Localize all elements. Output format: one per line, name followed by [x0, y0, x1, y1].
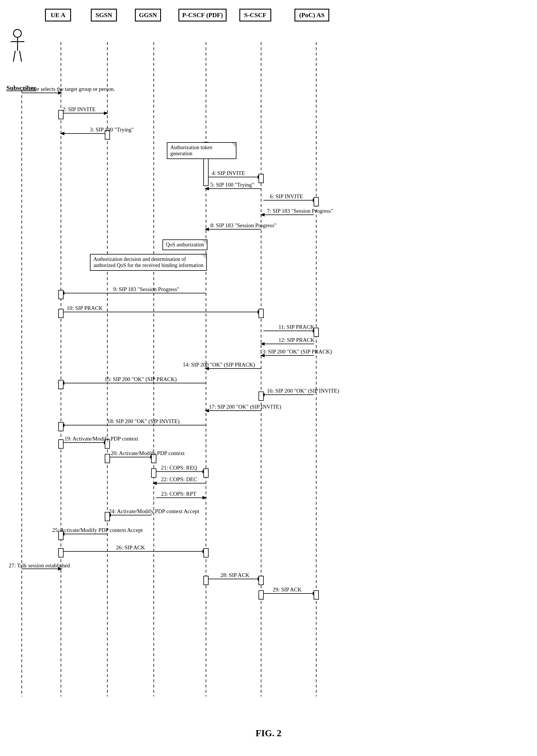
svg-text:27: Talk session established: 27: Talk session established	[9, 563, 70, 568]
svg-text:11: SIP PRACK: 11: SIP PRACK	[278, 324, 314, 330]
sequence-diagram-svg: 1: User selects the target group or pers…	[0, 0, 537, 756]
svg-marker-111	[258, 577, 262, 581]
svg-marker-84	[202, 470, 207, 473]
entity-scscf: S-CSCF	[239, 9, 271, 21]
svg-marker-31	[260, 213, 265, 217]
entity-ue-a: UE A	[45, 9, 71, 21]
svg-rect-60	[59, 380, 63, 389]
svg-text:3: SIP 100 "Trying": 3: SIP 100 "Trying"	[90, 127, 134, 133]
svg-marker-109	[58, 567, 62, 570]
svg-text:18: SIP 200 "OK" (SIP INVITE): 18: SIP 200 "OK" (SIP INVITE)	[107, 418, 180, 425]
entity-pcscf: P-CSCF (PDF)	[179, 9, 227, 21]
svg-rect-113	[259, 576, 264, 585]
svg-rect-21	[259, 174, 264, 183]
svg-marker-92	[202, 496, 207, 499]
qos-auth-note: QoS authorization	[162, 239, 207, 250]
svg-marker-11	[104, 111, 108, 115]
svg-marker-53	[260, 354, 265, 357]
svg-rect-42	[59, 309, 63, 318]
svg-marker-56	[205, 367, 209, 370]
svg-rect-100	[59, 531, 63, 540]
svg-marker-95	[106, 513, 111, 517]
svg-marker-34	[205, 228, 209, 231]
entity-poc-as: (PoC) AS	[295, 9, 329, 21]
svg-text:20: Activate/Modify PDP contex: 20: Activate/Modify PDP context	[111, 450, 185, 456]
svg-rect-118	[314, 591, 318, 599]
svg-marker-63	[260, 393, 265, 397]
svg-marker-27	[313, 198, 317, 202]
svg-text:15: SIP 200 "OK" (SIP PRACK): 15: SIP 200 "OK" (SIP PRACK)	[104, 376, 177, 383]
svg-rect-64	[259, 392, 264, 400]
svg-rect-117	[259, 591, 264, 599]
svg-text:13: SIP 200 "OK" (SIP PRACK): 13: SIP 200 "OK" (SIP PRACK)	[260, 349, 332, 355]
svg-rect-80	[105, 454, 110, 463]
svg-rect-76	[105, 440, 110, 448]
subscriber-icon	[13, 29, 22, 62]
svg-marker-50	[260, 342, 265, 346]
subscriber-head	[13, 29, 22, 38]
svg-marker-67	[205, 409, 209, 412]
svg-rect-28	[314, 197, 318, 206]
svg-text:21: COPS: REQ: 21: COPS: REQ	[161, 465, 197, 471]
figure-label: FIG. 2	[0, 728, 537, 738]
svg-marker-8	[58, 91, 62, 95]
svg-rect-75	[59, 440, 63, 448]
svg-rect-12	[59, 110, 63, 119]
auth-token-note: Authorization token generation	[167, 142, 236, 159]
svg-rect-104	[59, 549, 63, 557]
svg-marker-89	[152, 482, 157, 485]
entity-sgsn: SGSN	[91, 9, 117, 21]
svg-text:7: SIP 183 "Session Progress": 7: SIP 183 "Session Progress"	[267, 208, 333, 214]
svg-text:2: SIP INVITE: 2: SIP INVITE	[62, 106, 96, 112]
svg-rect-112	[204, 576, 208, 585]
svg-text:1: User selects the target gro: 1: User selects the target group or pers…	[23, 86, 115, 92]
svg-marker-41	[258, 310, 262, 314]
svg-text:6: SIP INVITE: 6: SIP INVITE	[270, 193, 303, 199]
svg-text:29: SIP ACK: 29: SIP ACK	[273, 587, 302, 593]
svg-text:16: SIP 200 "OK" (SIP INVITE): 16: SIP 200 "OK" (SIP INVITE)	[267, 388, 339, 394]
svg-text:5: SIP 100 "Trying": 5: SIP 100 "Trying"	[210, 182, 254, 188]
svg-rect-81	[151, 454, 156, 463]
svg-rect-71	[59, 422, 63, 431]
svg-text:4: SIP INVITE: 4: SIP INVITE	[212, 170, 245, 176]
svg-marker-116	[313, 592, 317, 595]
svg-rect-85	[151, 469, 156, 478]
svg-text:28: SIP ACK: 28: SIP ACK	[221, 572, 250, 578]
svg-marker-70	[60, 423, 64, 427]
svg-text:24: Activate/Modify PDP contex: 24: Activate/Modify PDP context Accept	[109, 508, 199, 514]
svg-marker-59	[60, 381, 64, 385]
svg-marker-46	[313, 329, 317, 333]
svg-text:9: SIP 183 "Session Progress": 9: SIP 183 "Session Progress"	[113, 286, 179, 292]
svg-marker-15	[60, 132, 64, 135]
svg-text:10: SIP PRACK: 10: SIP PRACK	[67, 305, 103, 311]
svg-rect-38	[59, 290, 63, 299]
svg-rect-16	[105, 131, 110, 139]
svg-text:19: Activate/Modify PDP contex: 19: Activate/Modify PDP context	[64, 436, 139, 442]
svg-text:17: SIP 200 "OK" (SIP INVITE): 17: SIP 200 "OK" (SIP INVITE)	[209, 404, 281, 410]
subscriber-label: Subscriber	[6, 84, 36, 92]
svg-marker-20	[258, 175, 262, 179]
entity-ggsn: GGSN	[135, 9, 161, 21]
svg-marker-37	[60, 291, 64, 295]
svg-marker-103	[202, 550, 207, 553]
auth-decision-note: Authorization decision and determination…	[90, 254, 207, 271]
svg-marker-99	[60, 532, 64, 536]
svg-marker-24	[205, 187, 209, 190]
svg-rect-86	[204, 469, 208, 478]
svg-text:25: Activate/Modify PDP contex: 25: Activate/Modify PDP context Accept	[52, 527, 143, 533]
svg-marker-74	[104, 441, 108, 444]
svg-text:23: COPS: RPT: 23: COPS: RPT	[161, 491, 196, 497]
svg-marker-79	[150, 455, 155, 459]
svg-text:26: SIP ACK: 26: SIP ACK	[116, 544, 145, 551]
svg-rect-105	[204, 549, 208, 557]
diagram: 1: User selects the target group or pers…	[0, 0, 537, 756]
svg-text:8: SIP 183 "Session Progress": 8: SIP 183 "Session Progress"	[210, 222, 276, 229]
svg-text:12: SIP PRACK: 12: SIP PRACK	[278, 337, 314, 343]
svg-text:14: SIP 200 "OK" (SIP PRACK): 14: SIP 200 "OK" (SIP PRACK)	[183, 361, 255, 368]
svg-text:22: COPS: DEC: 22: COPS: DEC	[161, 476, 197, 482]
svg-rect-43	[259, 309, 264, 318]
svg-rect-96	[105, 512, 110, 521]
svg-rect-47	[314, 328, 318, 337]
